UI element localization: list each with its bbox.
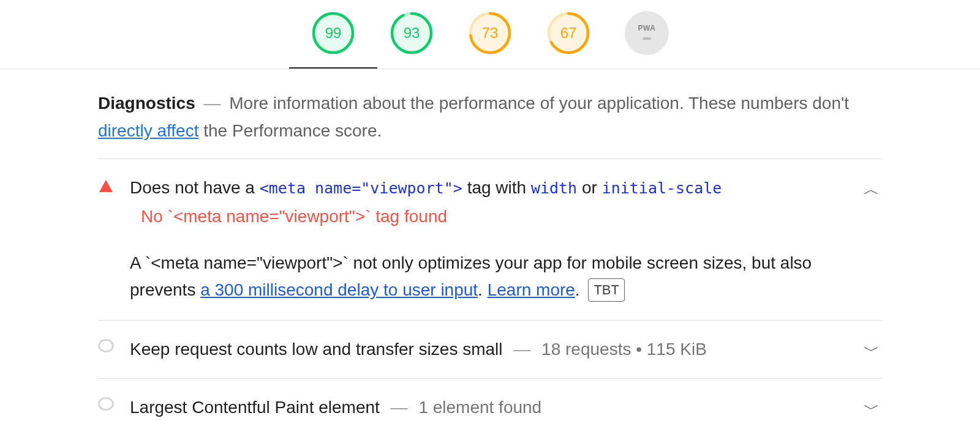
audit-subtext: 18 requests • 115 KiB [541,340,707,359]
code-snippet: initial-scale [602,179,722,197]
directly-affect-link[interactable]: directly affect [98,121,198,140]
audit-headline: Largest Contentful Paint element — 1 ele… [130,395,848,420]
audit-headline: Keep request counts low and transfer siz… [130,337,848,362]
text: tag with [467,178,531,197]
audit-title: Largest Contentful Paint element [130,398,380,417]
metric-tag-tbt: TBT [588,278,625,301]
text: . [478,280,488,299]
diagnostics-header: Diagnostics — More information about the… [98,90,882,159]
score-value: 99 [325,24,342,42]
score-gauge-accessibility[interactable]: 93 [390,11,434,55]
audit-error-message: No `<meta name="viewport">` tag found [141,207,848,226]
learn-more-link[interactable]: Learn more [488,280,575,299]
score-value: 67 [560,24,577,42]
audit-viewport[interactable]: Does not have a <meta name="viewport"> t… [98,159,882,321]
chevron-down-icon[interactable]: ﹀ [864,340,882,362]
audit-description: A `<meta name="viewport">` not only opti… [130,250,848,305]
score-gauge-performance[interactable]: 99 [311,11,355,55]
active-tab-underline [289,67,377,69]
separator: — [203,94,221,113]
audit-body: Does not have a <meta name="viewport"> t… [130,175,848,305]
fail-triangle-icon [98,180,114,192]
score-strip: 99 93 73 67 PWA [0,0,980,69]
chevron-down-icon[interactable]: ﹀ [864,398,882,420]
chevron-up-icon[interactable]: ︿ [864,179,882,200]
score-value: 93 [404,24,420,42]
audit-title: Keep request counts low and transfer siz… [130,340,503,359]
diagnostics-blurb-post: the Performance score. [203,121,382,140]
info-circle-icon [98,397,114,411]
diagnostics-blurb-pre: More information about the performance o… [229,94,849,113]
separator: — [391,398,408,417]
score-gauge-seo[interactable]: 67 [546,11,590,55]
audit-request-counts[interactable]: Keep request counts low and transfer siz… [98,321,882,379]
code-snippet: width [531,179,577,197]
svg-marker-8 [99,180,113,192]
audit-headline: Does not have a <meta name="viewport"> t… [130,175,848,201]
pwa-label: PWA [638,24,656,32]
text: . [575,280,585,299]
diagnostics-title: Diagnostics [98,94,195,113]
diagnostics-section: Diagnostics — More information about the… [49,69,931,421]
text: Does not have a [130,178,260,197]
audit-lcp-element[interactable]: Largest Contentful Paint element — 1 ele… [98,379,882,421]
audit-subtext: 1 element found [418,398,541,417]
separator: — [513,340,530,359]
pwa-dash-icon [643,37,651,40]
score-value: 73 [482,24,499,42]
score-gauge-pwa[interactable]: PWA [625,11,669,55]
text: or [582,178,602,197]
code-snippet: <meta name="viewport"> [260,179,462,197]
score-gauge-best-practices[interactable]: 73 [468,11,512,55]
delay-link[interactable]: a 300 millisecond delay to user input [200,280,478,299]
info-circle-icon [98,339,114,352]
